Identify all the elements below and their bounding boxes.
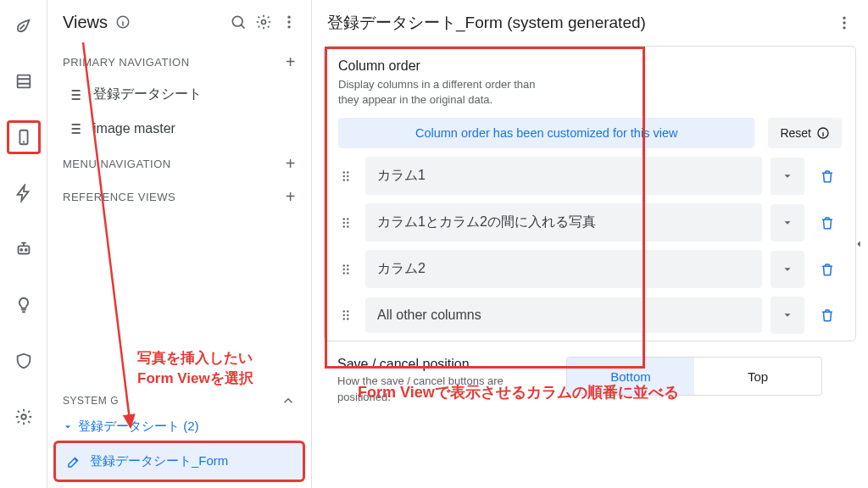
drag-handle-icon[interactable] bbox=[338, 169, 357, 184]
views-header: Views bbox=[47, 0, 311, 44]
rail-data-icon[interactable] bbox=[7, 64, 41, 98]
gear-icon[interactable] bbox=[253, 12, 274, 32]
svg-point-31 bbox=[347, 269, 348, 270]
svg-point-39 bbox=[347, 319, 348, 320]
delete-icon[interactable] bbox=[813, 169, 842, 184]
svg-point-12 bbox=[843, 17, 845, 19]
nav-item-1[interactable]: image master bbox=[47, 112, 311, 146]
segment-bottom[interactable]: Bottom bbox=[567, 358, 694, 395]
drag-handle-icon[interactable] bbox=[338, 215, 357, 230]
svg-point-11 bbox=[287, 25, 290, 28]
svg-point-8 bbox=[262, 20, 266, 25]
order-row: カラム1とカラム2の間に入れる写真 bbox=[338, 203, 842, 241]
nav-item-0[interactable]: 登録データシート bbox=[47, 77, 311, 112]
page-title: 登録データシート_Form (system generated) bbox=[327, 12, 646, 34]
main-more-icon[interactable] bbox=[836, 14, 853, 31]
column-pill[interactable]: カラム1 bbox=[365, 157, 762, 195]
system-generated-heading: SYSTEM G bbox=[47, 383, 311, 413]
rail-bot-icon[interactable] bbox=[7, 232, 41, 266]
svg-point-35 bbox=[347, 311, 348, 313]
svg-point-27 bbox=[347, 225, 348, 227]
right-expand-handle[interactable] bbox=[853, 238, 865, 250]
column-pill[interactable]: All other columns bbox=[365, 297, 762, 333]
save-cancel-desc: How the save / cancel buttons are positi… bbox=[337, 374, 549, 404]
chevron-up-icon[interactable] bbox=[281, 393, 296, 408]
reset-button[interactable]: Reset bbox=[768, 118, 842, 148]
column-dropdown[interactable] bbox=[771, 297, 804, 334]
system-item-form[interactable]: 登録データシート_Form bbox=[56, 443, 303, 480]
svg-point-29 bbox=[347, 264, 348, 266]
svg-rect-0 bbox=[17, 75, 30, 88]
svg-point-4 bbox=[25, 249, 26, 251]
svg-point-13 bbox=[843, 21, 845, 24]
delete-icon[interactable] bbox=[813, 308, 842, 323]
main-header: 登録データシート_Form (system generated) bbox=[312, 0, 868, 46]
column-order-card: Column order Display columns in a differ… bbox=[324, 46, 856, 341]
primary-nav-heading: PRIMARY NAVIGATION + bbox=[47, 44, 311, 77]
list-icon bbox=[66, 86, 83, 103]
svg-point-22 bbox=[343, 218, 345, 219]
svg-point-21 bbox=[347, 179, 348, 180]
svg-point-9 bbox=[287, 16, 290, 19]
column-order-title: Column order bbox=[338, 58, 842, 74]
svg-point-36 bbox=[343, 314, 345, 316]
reference-views-add[interactable]: + bbox=[286, 187, 296, 207]
views-panel: Views PRIMARY NAVIGATION + 登録データシート bbox=[47, 0, 312, 488]
order-rows: カラム1 カラム1とカラム2の間に入れる写真 カラム2 bbox=[338, 157, 842, 334]
svg-point-5 bbox=[21, 414, 26, 419]
save-cancel-segment: Bottom Top bbox=[566, 357, 822, 396]
svg-point-17 bbox=[347, 171, 348, 173]
svg-point-37 bbox=[347, 314, 348, 316]
rail-shield-icon[interactable] bbox=[7, 344, 41, 378]
more-icon[interactable] bbox=[279, 12, 299, 32]
svg-point-16 bbox=[343, 171, 345, 173]
menu-nav-heading: MENU NAVIGATION + bbox=[47, 146, 311, 179]
rail-bolt-icon[interactable] bbox=[7, 176, 41, 210]
primary-nav-add[interactable]: + bbox=[286, 53, 296, 72]
column-order-desc: Display columns in a different order tha… bbox=[338, 77, 559, 108]
svg-point-24 bbox=[343, 222, 345, 224]
svg-point-32 bbox=[343, 272, 345, 274]
info-icon[interactable] bbox=[113, 12, 133, 32]
segment-top[interactable]: Top bbox=[694, 358, 821, 395]
rail-rocket-icon[interactable] bbox=[7, 8, 41, 42]
reference-views-heading: REFERENCE VIEWS + bbox=[47, 179, 311, 212]
svg-point-14 bbox=[843, 26, 845, 29]
menu-nav-add[interactable]: + bbox=[286, 154, 296, 174]
save-cancel-row: Save / cancel position How the save / ca… bbox=[312, 341, 868, 404]
delete-icon[interactable] bbox=[813, 262, 842, 277]
svg-point-30 bbox=[343, 269, 345, 270]
svg-point-7 bbox=[232, 16, 242, 26]
delete-icon[interactable] bbox=[813, 215, 842, 230]
column-dropdown[interactable] bbox=[771, 158, 804, 195]
svg-point-23 bbox=[347, 218, 348, 219]
svg-point-25 bbox=[347, 222, 348, 224]
rail-lightbulb-icon[interactable] bbox=[7, 288, 41, 322]
rail-smartphone-icon[interactable] bbox=[7, 120, 41, 154]
column-dropdown[interactable] bbox=[771, 204, 804, 241]
svg-point-20 bbox=[343, 179, 345, 180]
views-title: Views bbox=[63, 13, 108, 32]
main-panel: 登録データシート_Form (system generated) Column … bbox=[312, 0, 868, 488]
search-icon[interactable] bbox=[228, 12, 248, 32]
svg-point-33 bbox=[347, 272, 348, 274]
column-dropdown[interactable] bbox=[771, 251, 804, 288]
list-icon bbox=[66, 120, 83, 137]
drag-handle-icon[interactable] bbox=[338, 262, 357, 277]
svg-point-3 bbox=[20, 249, 22, 251]
svg-point-18 bbox=[343, 175, 345, 177]
order-row: カラム1 bbox=[338, 157, 842, 195]
rail-gear-icon[interactable] bbox=[7, 400, 41, 434]
svg-point-28 bbox=[343, 264, 345, 266]
svg-point-10 bbox=[287, 20, 290, 23]
system-group[interactable]: 登録データシート (2) bbox=[47, 413, 311, 440]
column-order-notice: Column order has been customized for thi… bbox=[338, 118, 754, 148]
order-row: All other columns bbox=[338, 297, 842, 334]
svg-point-34 bbox=[343, 311, 345, 313]
svg-point-26 bbox=[343, 225, 345, 227]
drag-handle-icon[interactable] bbox=[338, 308, 357, 323]
column-pill[interactable]: カラム1とカラム2の間に入れる写真 bbox=[365, 203, 762, 241]
column-pill[interactable]: カラム2 bbox=[365, 250, 762, 288]
save-cancel-title: Save / cancel position bbox=[337, 357, 549, 372]
icon-rail bbox=[0, 0, 47, 488]
